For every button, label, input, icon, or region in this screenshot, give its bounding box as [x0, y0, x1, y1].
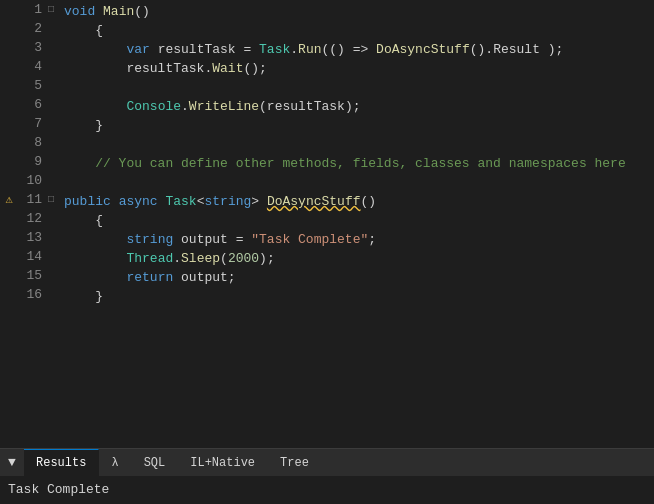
tab-ilnative-label: IL+Native	[190, 456, 255, 470]
tab-results-label: Results	[36, 456, 86, 470]
tab-results[interactable]: Results	[24, 449, 99, 476]
code-line-9: // You can define other methods, fields,…	[64, 154, 654, 173]
code-line-7: }	[64, 116, 654, 135]
method-doasyncstuff: DoAsyncStuff	[267, 192, 361, 211]
tab-tree[interactable]: Tree	[268, 449, 322, 476]
output-area: Task Complete	[0, 476, 654, 504]
tab-lambda-label: λ	[111, 456, 118, 470]
kw-void: void	[64, 2, 95, 21]
code-line-3: var resultTask = Task.Run(() => DoAsyncS…	[64, 40, 654, 59]
tab-sql-label: SQL	[144, 456, 166, 470]
tab-lambda[interactable]: λ	[99, 449, 131, 476]
warning-icon: ⚠	[5, 192, 12, 207]
code-line-1: void Main()	[64, 2, 654, 21]
code-line-2: {	[64, 21, 654, 40]
code-line-14: Thread.Sleep(2000);	[64, 249, 654, 268]
code-line-8	[64, 135, 654, 154]
tab-scroll-arrow[interactable]: ▼	[0, 449, 24, 476]
code-line-16: }	[64, 287, 654, 306]
code-line-6: Console.WriteLine(resultTask);	[64, 97, 654, 116]
code-line-5	[64, 78, 654, 97]
code-line-15: return output;	[64, 268, 654, 287]
gutter: 1□ 2 3 4 5 6 7 8 9 10 ⚠11□ 12 13 14 15 1…	[0, 0, 60, 448]
tab-ilnative[interactable]: IL+Native	[178, 449, 268, 476]
tab-tree-label: Tree	[280, 456, 309, 470]
output-text: Task Complete	[8, 482, 109, 497]
code-line-10	[64, 173, 654, 192]
code-editor[interactable]: 1□ 2 3 4 5 6 7 8 9 10 ⚠11□ 12 13 14 15 1…	[0, 0, 654, 448]
tabs-bar: ▼ Results λ SQL IL+Native Tree	[0, 448, 654, 476]
code-line-4: resultTask.Wait();	[64, 59, 654, 78]
tab-sql[interactable]: SQL	[132, 449, 179, 476]
code-line-13: string output = "Task Complete";	[64, 230, 654, 249]
code-line-11: public async Task<string> DoAsyncStuff()	[64, 192, 654, 211]
fold-11[interactable]: □	[48, 194, 60, 205]
warn-11: ⚠	[0, 192, 18, 207]
code-line-12: {	[64, 211, 654, 230]
code-lines[interactable]: void Main() { var resultTask = Task.Run(…	[60, 0, 654, 448]
linenum-1: 1	[18, 2, 48, 17]
fold-1[interactable]: □	[48, 4, 60, 15]
